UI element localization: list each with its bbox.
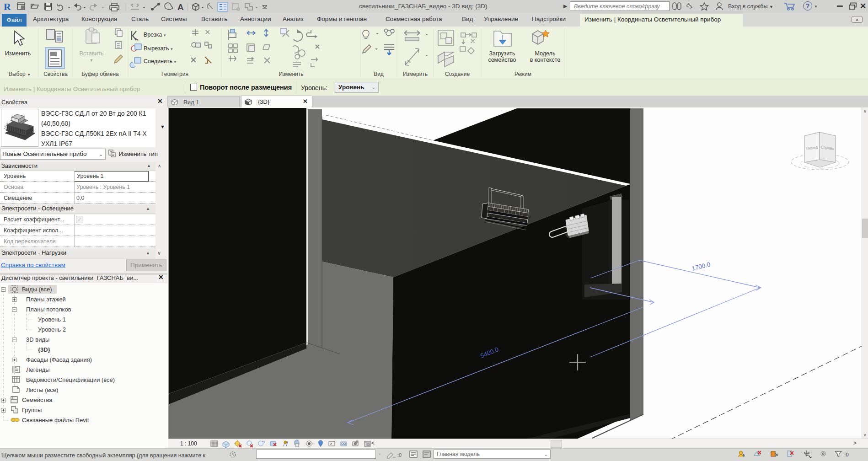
svg-text::0: :0 — [844, 452, 849, 457]
svg-text:1700.0: 1700.0 — [691, 261, 711, 272]
svg-text::0: :0 — [397, 452, 402, 458]
svg-text:A: A — [177, 2, 184, 12]
